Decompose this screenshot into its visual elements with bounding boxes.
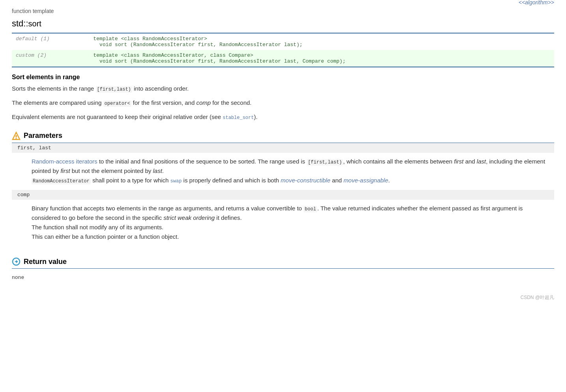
strict-weak-ordering-italic: strict weak ordering [163, 214, 215, 221]
param-row-first-last: first, last [12, 143, 554, 153]
svg-rect-1 [16, 135, 17, 137]
description-section: Sort elements in range Sorts the element… [12, 74, 554, 122]
return-header: Return value [12, 257, 554, 266]
code-range2: [first,last) [307, 159, 343, 165]
stable-sort-link[interactable]: stable_sort [223, 115, 254, 121]
last-italic2: last [153, 167, 162, 174]
code-variants-table: default (1) template <class RandomAccess… [12, 33, 554, 67]
footer-credit: CSDN @叶超凡 [12, 294, 554, 301]
code-range: [first,last) [96, 86, 132, 93]
description-para3: Equivalent elements are not guaranteed t… [12, 112, 554, 122]
random-access-iterators-link[interactable]: Random-access iterators [32, 158, 97, 165]
parameters-section: Parameters first, last Random-access ite… [12, 132, 554, 247]
code-label-default: default (1) [12, 33, 90, 50]
param-row-comp: comp [12, 190, 554, 200]
code-label-custom: custom (2) [12, 50, 90, 67]
return-title: Return value [24, 258, 67, 266]
title-prefix: std:: [12, 19, 28, 28]
param-desc-comp: Binary function that accepts two element… [12, 200, 554, 246]
move-constructible-link[interactable]: move-constructible [281, 177, 331, 184]
params-title: Parameters [24, 132, 62, 140]
move-assignable-link[interactable]: move-assignable [344, 177, 388, 184]
code-operator: operator< [103, 100, 131, 107]
params-icon [12, 132, 21, 140]
function-template-label: function template [12, 8, 554, 14]
return-section: Return value none [12, 257, 554, 282]
algorithm-ref: <<algorithm>> [519, 0, 554, 6]
title-main: sort [28, 19, 41, 28]
last-italic: last [477, 158, 486, 165]
return-value: none [12, 273, 554, 282]
code-content-default: template <class RandomAccessIterator> vo… [90, 33, 555, 50]
return-divider [12, 268, 554, 269]
description-para2: The elements are compared using operator… [12, 98, 554, 108]
description-para1: Sorts the elements in the range [first,l… [12, 84, 554, 93]
description-heading: Sort elements in range [12, 74, 554, 81]
return-icon [12, 257, 21, 266]
code-bool: bool [304, 206, 318, 212]
code-content-custom: template <class RandomAccessIterator, cl… [90, 50, 555, 67]
params-header: Parameters [12, 132, 554, 140]
param-desc-first-last: Random-access iterators to the initial a… [12, 153, 554, 190]
swap-link[interactable]: swap [170, 178, 182, 184]
svg-rect-2 [16, 138, 17, 139]
code-rai: RandomAccessIterator [32, 178, 91, 184]
main-title: std::sort [12, 15, 554, 30]
code-variant-default: default (1) template <class RandomAccess… [12, 33, 554, 50]
first-italic: first [454, 158, 463, 165]
code-variant-custom: custom (2) template <class RandomAccessI… [12, 50, 554, 67]
comp-italic: comp [196, 99, 211, 106]
first-italic2: first [60, 167, 70, 174]
